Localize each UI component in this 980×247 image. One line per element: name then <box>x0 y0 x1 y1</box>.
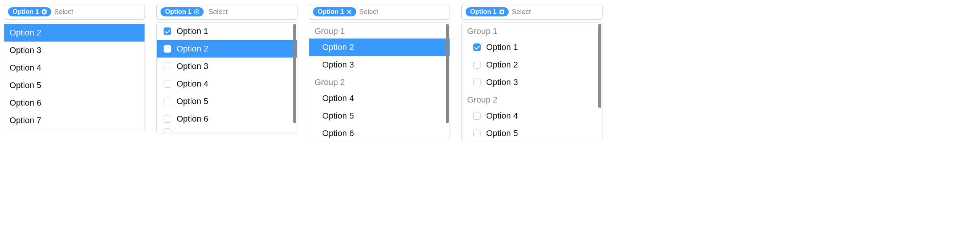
select-placeholder: Select <box>359 8 378 16</box>
option-item[interactable]: Option 2 <box>157 40 297 58</box>
option-label: Option 2 <box>486 60 518 70</box>
option-label: Option 5 <box>177 96 208 106</box>
option-group: Group 1 Option 2 Option 3 <box>309 22 450 74</box>
checkbox-icon <box>164 115 171 123</box>
remove-tag-icon[interactable] <box>346 9 352 15</box>
option-label: Option 6 <box>177 114 208 124</box>
select-control[interactable]: Option 1 Select <box>461 4 602 20</box>
option-item[interactable]: Option 5 <box>462 125 602 141</box>
checkbox-icon <box>473 112 481 120</box>
select-widget-plain: Option 1 Select Option 2 Option 3 Option… <box>4 4 145 131</box>
select-placeholder: Select <box>54 8 73 16</box>
tag-label: Option 1 <box>470 8 496 16</box>
checkbox-icon <box>164 128 171 133</box>
option-label: Option 4 <box>177 79 208 89</box>
svg-point-2 <box>196 11 198 13</box>
option-group: Group 1 Option 1 Option 2 Option 3 <box>462 22 602 91</box>
select-control[interactable]: Option 1 Select <box>156 4 297 20</box>
select-widget-checkbox: Option 1 Select Option 1 Option 2 <box>156 4 297 133</box>
option-label: Option 3 <box>177 61 208 71</box>
option-item[interactable]: Option 5 <box>309 107 450 125</box>
option-label: Option 1 <box>177 26 208 36</box>
option-group: Group 2 Option 4 Option 5 <box>462 91 602 141</box>
menu-scroll-area[interactable]: Option 1 Option 2 Option 3 Option 4 Opti… <box>157 22 297 133</box>
checkbox-icon <box>473 61 481 69</box>
option-label: Option 4 <box>486 111 518 121</box>
select-placeholder: Select <box>512 8 531 16</box>
option-item[interactable]: Option 6 <box>4 94 145 112</box>
select-widget-grouped: Option 1 Select Group 1 Option 2 Option … <box>309 4 450 141</box>
option-item[interactable]: Option 4 <box>4 59 145 77</box>
menu-scroll-area[interactable]: Group 1 Option 1 Option 2 Option 3 <box>462 22 602 141</box>
option-label: Option 2 <box>177 44 208 54</box>
checkbox-icon <box>473 130 481 137</box>
option-item[interactable]: Option 2 <box>309 38 450 56</box>
option-item[interactable]: Option 2 <box>462 56 602 74</box>
checkbox-icon <box>164 80 171 88</box>
option-item[interactable]: Option 1 <box>462 38 602 56</box>
option-item[interactable]: Option 7 <box>4 112 145 129</box>
group-label: Group 2 <box>309 74 450 90</box>
selected-tag[interactable]: Option 1 <box>313 7 356 16</box>
checkbox-icon <box>164 98 171 105</box>
option-item[interactable]: Option 4 <box>157 75 297 93</box>
select-menu: Option 2 Option 3 Option 4 Option 5 Opti… <box>4 22 145 131</box>
remove-tag-icon[interactable] <box>499 9 505 15</box>
scrollbar-thumb[interactable] <box>446 24 449 123</box>
option-item[interactable]: Option 6 <box>309 125 450 141</box>
select-control[interactable]: Option 1 Select <box>4 4 145 20</box>
option-item[interactable]: Option 1 <box>157 22 297 40</box>
tag-label: Option 1 <box>318 8 344 16</box>
remove-tag-icon[interactable] <box>194 9 200 15</box>
option-item[interactable]: Option 6 <box>157 110 297 128</box>
select-variants-row: Option 1 Select Option 2 Option 3 Option… <box>4 4 976 141</box>
option-item[interactable]: Option 3 <box>309 56 450 74</box>
group-label: Group 1 <box>462 22 602 38</box>
menu-scroll-area[interactable]: Group 1 Option 2 Option 3 Group 2 Option… <box>309 22 450 141</box>
selected-tag[interactable]: Option 1 <box>466 7 509 16</box>
scrollbar-thumb[interactable] <box>598 24 601 108</box>
tag-label: Option 1 <box>13 8 39 16</box>
checkbox-icon <box>164 45 171 53</box>
selected-tag[interactable]: Option 1 <box>161 7 204 16</box>
option-label: Option 1 <box>486 42 518 52</box>
select-menu: Group 1 Option 2 Option 3 Group 2 Option… <box>309 22 450 141</box>
scrollbar-thumb[interactable] <box>293 24 296 123</box>
checkbox-icon <box>473 43 481 51</box>
option-item[interactable]: Option 5 <box>157 93 297 110</box>
select-widget-grouped-checkbox: Option 1 Select Group 1 Option 1 Option <box>461 4 602 141</box>
group-label: Group 2 <box>462 91 602 107</box>
checkbox-icon <box>164 27 171 35</box>
checkbox-icon <box>473 79 481 86</box>
option-item-partial[interactable] <box>157 128 297 133</box>
option-item[interactable]: Option 5 <box>4 77 145 94</box>
option-item[interactable]: Option 3 <box>157 58 297 75</box>
option-label: Option 3 <box>486 77 518 87</box>
select-placeholder: Select <box>209 8 228 16</box>
select-menu: Option 1 Option 2 Option 3 Option 4 Opti… <box>156 22 297 133</box>
option-label: Option 5 <box>486 128 518 138</box>
option-group: Group 2 Option 4 Option 5 Option 6 <box>309 74 450 141</box>
option-item[interactable]: Option 3 <box>4 42 145 59</box>
group-label: Group 1 <box>309 22 450 38</box>
text-cursor <box>207 8 207 16</box>
tag-label: Option 1 <box>165 8 191 16</box>
checkbox-icon <box>164 63 171 70</box>
option-item[interactable]: Option 3 <box>462 74 602 91</box>
option-item[interactable]: Option 4 <box>462 107 602 125</box>
option-item[interactable]: Option 2 <box>4 24 145 42</box>
select-menu: Group 1 Option 1 Option 2 Option 3 <box>461 22 602 141</box>
select-control[interactable]: Option 1 Select <box>309 4 450 20</box>
option-item[interactable]: Option 4 <box>309 90 450 107</box>
selected-tag[interactable]: Option 1 <box>8 7 51 16</box>
remove-tag-icon[interactable] <box>41 9 47 15</box>
